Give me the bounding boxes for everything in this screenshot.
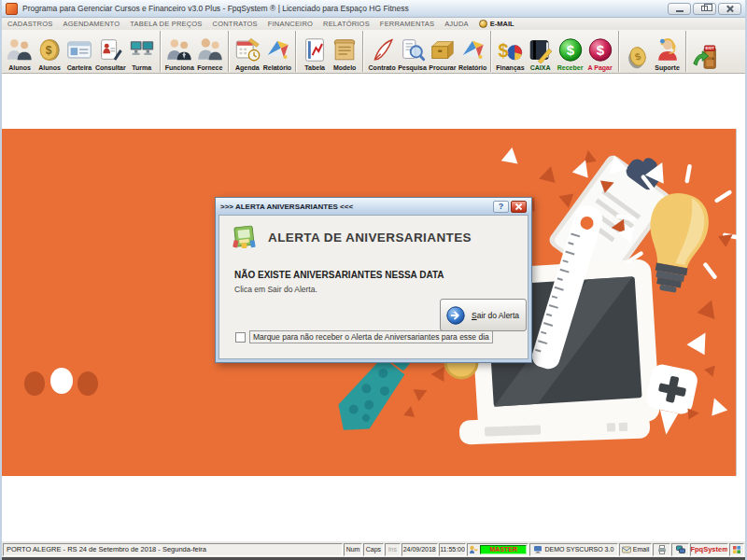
- toolbar-procurar-button[interactable]: Procurar: [428, 30, 458, 72]
- receive-dollar-icon: $: [557, 35, 585, 64]
- suppliers-icon: [196, 35, 224, 64]
- toolbar-a-pagar-button[interactable]: $ A Pagar: [585, 30, 615, 72]
- dialog-help-button[interactable]: ?: [493, 201, 509, 213]
- search-doc-icon: [399, 35, 427, 64]
- menu-agendamento[interactable]: AGENDAMENTO: [63, 20, 120, 28]
- agenda-calendar-icon: [233, 35, 261, 64]
- status-location-date: PORTO ALEGRE - RS 24 de Setembro de 2018…: [3, 543, 343, 556]
- status-email: Email: [619, 543, 653, 556]
- minimize-icon: [676, 10, 684, 12]
- restore-button[interactable]: [693, 3, 716, 15]
- status-app-indicator: [729, 543, 744, 556]
- toolbar-separator: [160, 31, 162, 72]
- toolbar-agenda-button[interactable]: Agenda: [233, 30, 262, 72]
- toolbar-alunos-button[interactable]: Alunos: [5, 30, 35, 72]
- search-drawer-icon: [429, 35, 457, 64]
- app-window: Programa para Gerenciar Cursos e Finance…: [0, 0, 747, 560]
- toolbar: Alunos $ Alunos Carteira Consultar Turma…: [2, 30, 745, 74]
- toolbar-separator: [228, 31, 230, 72]
- toolbar-relatorio-button[interactable]: Relatório: [262, 30, 292, 72]
- svg-text:$: $: [46, 44, 52, 57]
- toolbar-contrato-button[interactable]: Contrato: [367, 30, 397, 72]
- close-icon: [514, 203, 523, 211]
- suppress-alert-checkbox[interactable]: [235, 332, 246, 343]
- sair-do-alerta-label: Sair do Alerta: [472, 311, 519, 320]
- dialog-hint: Clica em Sair do Alerta.: [234, 285, 317, 294]
- status-bar: PORTO ALEGRE - RS 24 de Setembro de 2018…: [2, 541, 745, 557]
- toolbar-funcionario-button[interactable]: Funciona: [164, 30, 195, 72]
- support-headset-icon: [654, 35, 682, 64]
- status-printer: [653, 543, 670, 556]
- students-icon: [6, 35, 34, 64]
- status-user-name: MASTER: [480, 545, 527, 554]
- app-grid-icon: [732, 545, 741, 554]
- close-button[interactable]: [718, 3, 741, 15]
- toolbar-consultar-button[interactable]: Consultar: [94, 30, 127, 72]
- toolbar-relatorio2-button[interactable]: Relatório: [458, 30, 487, 72]
- toolbar-tabela-button[interactable]: Tabela: [300, 30, 330, 72]
- status-date: 24/09/2018: [402, 543, 438, 556]
- template-scroll-icon: [331, 35, 359, 64]
- toolbar-suporte-button[interactable]: Suporte: [653, 30, 683, 72]
- window-title: Programa para Gerenciar Cursos e Finance…: [22, 4, 668, 13]
- toolbar-caixa-button[interactable]: CAIXA: [526, 30, 556, 72]
- svg-text:$: $: [596, 42, 604, 58]
- toolbar-separator: [362, 31, 364, 72]
- sair-do-alerta-button[interactable]: Sair do Alerta: [440, 299, 527, 331]
- finance-pie-icon: $: [496, 35, 524, 64]
- toolbar-carteira-button[interactable]: Carteira: [64, 30, 94, 72]
- email-envelope-icon: [622, 545, 631, 554]
- report-bird-icon: [263, 35, 291, 64]
- status-brand: FpqSystem: [690, 543, 728, 556]
- menu-tabela-de-precos[interactable]: TABELA DE PREÇOS: [130, 20, 202, 28]
- status-numlock: Num: [344, 543, 362, 556]
- toolbar-pesquisa-button[interactable]: Pesquisa: [397, 30, 428, 72]
- minimize-button[interactable]: [668, 3, 691, 15]
- toolbar-separator: [295, 31, 297, 72]
- toolbar-modelo-button[interactable]: Modelo: [330, 30, 359, 72]
- dialog-heading: ALERTA DE ANIVERSARIANTES: [268, 231, 472, 245]
- menu-financeiro[interactable]: FINANCEIRO: [268, 20, 313, 28]
- toolbar-moeda-button[interactable]: $: [623, 30, 653, 72]
- menu-relatorios[interactable]: RELATÓRIOS: [323, 20, 370, 28]
- toolbar-receber-button[interactable]: $ Receber: [556, 30, 585, 72]
- menu-email-label: E-MAIL: [490, 20, 514, 28]
- blue-arrow-icon: [446, 306, 465, 325]
- report-bird-icon: [458, 35, 486, 64]
- status-network: [671, 543, 689, 556]
- status-system-version: DEMO SYSCURSO 3.0: [529, 543, 618, 556]
- gold-coin-icon: $: [624, 43, 652, 72]
- menu-bar: CADASTROS AGENDAMENTO TABELA DE PREÇOS C…: [2, 18, 745, 30]
- suppress-alert-label: Marque para não receber o Alerta de Aniv…: [249, 330, 493, 343]
- system-monitor-icon: [533, 545, 543, 554]
- toolbar-turma-button[interactable]: Turma: [127, 30, 157, 72]
- menu-ajuda[interactable]: AJUDA: [444, 20, 469, 28]
- dialog-body: ALERTA DE ANIVERSARIANTES NÃO EXISTE ANI…: [218, 215, 529, 359]
- menu-email[interactable]: E-MAIL: [479, 20, 514, 28]
- dialog-checkbox-row: Marque para não receber o Alerta de Aniv…: [235, 330, 493, 343]
- consult-doc-icon: [96, 35, 124, 64]
- toolbar-alunos-financeiro-button[interactable]: $ Alunos: [35, 30, 64, 72]
- toolbar-financas-button[interactable]: $ Finanças: [495, 30, 525, 72]
- status-user: MASTER: [467, 543, 529, 556]
- contract-quill-icon: [368, 35, 396, 64]
- app-icon: [6, 3, 18, 15]
- email-ball-icon: [479, 20, 487, 28]
- printer-icon: [657, 545, 667, 554]
- menu-ferramentas[interactable]: FERRAMENTAS: [380, 20, 434, 28]
- classroom-monitors-icon: [128, 35, 156, 64]
- svg-text:$: $: [499, 40, 509, 61]
- pay-dollar-icon: $: [586, 35, 614, 64]
- employees-icon: [165, 35, 193, 64]
- dots-decoration: [24, 368, 98, 396]
- user-key-icon: [469, 545, 478, 554]
- toolbar-fornecedor-button[interactable]: Fornece: [195, 30, 225, 72]
- exit-door-icon: EXIT: [691, 43, 719, 72]
- id-card-icon: [65, 35, 93, 64]
- dialog-close-button[interactable]: [511, 201, 527, 213]
- toolbar-sair-button[interactable]: EXIT: [690, 30, 720, 72]
- svg-text:$: $: [566, 42, 574, 58]
- toolbar-separator: [685, 31, 687, 72]
- menu-cadastros[interactable]: CADASTROS: [7, 20, 52, 28]
- menu-contratos[interactable]: CONTRATOS: [213, 20, 258, 28]
